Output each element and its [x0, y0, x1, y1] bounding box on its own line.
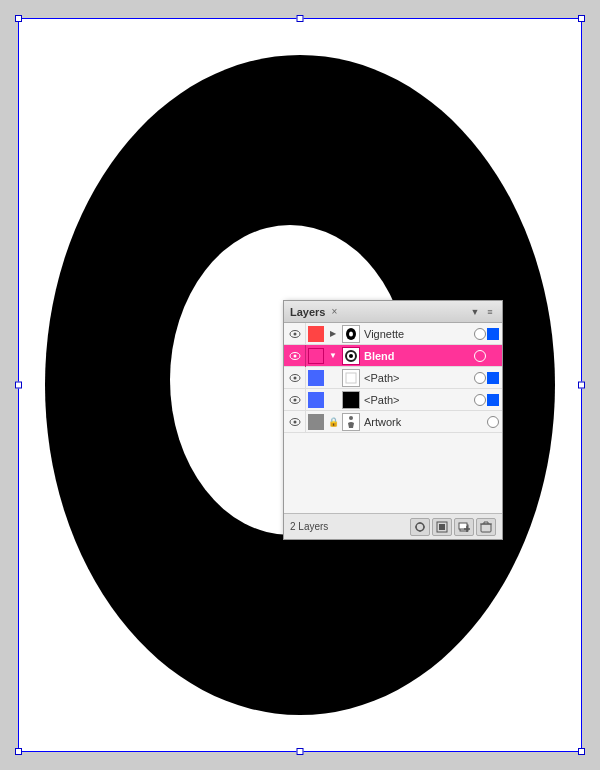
layers-bottom-bar: 2 Layers: [284, 513, 502, 539]
target-blend[interactable]: [474, 350, 486, 362]
svg-point-19: [416, 523, 424, 531]
svg-point-5: [349, 331, 353, 336]
right-icons-path2: [474, 394, 502, 406]
svg-rect-12: [346, 373, 356, 383]
lock-artwork: 🔒: [326, 411, 340, 433]
layers-list: ▶ Vignette ▼ Blend: [284, 323, 502, 433]
thumb-blend: [342, 347, 360, 365]
layer-row-blend[interactable]: ▼ Blend: [284, 345, 502, 367]
thumb-artwork: [342, 413, 360, 431]
svg-rect-27: [459, 523, 467, 529]
svg-point-9: [349, 354, 353, 358]
eye-artwork[interactable]: [284, 411, 306, 433]
target-vignette[interactable]: [474, 328, 486, 340]
new-layer-btn[interactable]: [454, 518, 474, 536]
svg-point-14: [293, 398, 296, 401]
layer-name-vignette: Vignette: [362, 328, 474, 340]
expand-vignette[interactable]: ▶: [326, 323, 340, 345]
layer-row-path1[interactable]: ▶ <Path>: [284, 367, 502, 389]
svg-point-18: [349, 416, 353, 420]
expand-blend[interactable]: ▼: [326, 345, 340, 367]
target-path1[interactable]: [474, 372, 486, 384]
right-icons-vignette: [474, 328, 502, 340]
color-path1: [487, 372, 499, 384]
eye-blend[interactable]: [284, 345, 306, 367]
layers-titlebar: Layers × ▼ ≡: [284, 301, 502, 323]
thumb-path2: [342, 391, 360, 409]
swatch-artwork: [308, 414, 324, 430]
svg-point-17: [293, 420, 296, 423]
right-icons-artwork: [487, 416, 502, 428]
layer-name-path1: <Path>: [362, 372, 474, 384]
swatch-path1: [308, 370, 324, 386]
thumb-vignette: [342, 325, 360, 343]
svg-rect-30: [481, 524, 491, 532]
svg-rect-25: [439, 524, 445, 530]
right-icons-blend: [474, 350, 502, 362]
color-blend: [487, 350, 499, 362]
expand-path2: ▶: [326, 389, 340, 411]
locate-btn[interactable]: [410, 518, 430, 536]
layer-name-blend: Blend: [362, 350, 474, 362]
layer-row-vignette[interactable]: ▶ Vignette: [284, 323, 502, 345]
svg-point-7: [293, 354, 296, 357]
eye-path1[interactable]: [284, 367, 306, 389]
canvas-area: Layers × ▼ ≡ ▶ Vignette: [0, 0, 600, 770]
layers-empty-space: [284, 433, 502, 513]
svg-point-3: [293, 332, 296, 335]
layer-row-artwork[interactable]: 🔒 Artwork: [284, 411, 502, 433]
panel-options-btn[interactable]: ≡: [484, 306, 496, 318]
svg-point-11: [293, 376, 296, 379]
layers-panel-close[interactable]: ×: [331, 306, 337, 317]
swatch-vignette: [308, 326, 324, 342]
panel-menu-btn[interactable]: ▼: [469, 306, 481, 318]
layers-count: 2 Layers: [290, 521, 328, 532]
expand-path1: ▶: [326, 367, 340, 389]
target-path2[interactable]: [474, 394, 486, 406]
eye-vignette[interactable]: [284, 323, 306, 345]
thumb-path1: [342, 369, 360, 387]
delete-layer-btn[interactable]: [476, 518, 496, 536]
svg-rect-15: [346, 395, 356, 405]
swatch-blend: [308, 348, 324, 364]
swatch-path2: [308, 392, 324, 408]
eye-path2[interactable]: [284, 389, 306, 411]
color-path2: [487, 394, 499, 406]
color-vignette: [487, 328, 499, 340]
layer-row-path2[interactable]: ▶ <Path>: [284, 389, 502, 411]
layers-panel-title: Layers: [290, 306, 325, 318]
layer-name-artwork: Artwork: [362, 416, 487, 428]
target-artwork[interactable]: [487, 416, 499, 428]
layers-panel: Layers × ▼ ≡ ▶ Vignette: [283, 300, 503, 540]
layer-name-path2: <Path>: [362, 394, 474, 406]
clip-mask-btn[interactable]: [432, 518, 452, 536]
bottom-buttons: [410, 518, 496, 536]
right-icons-path1: [474, 372, 502, 384]
